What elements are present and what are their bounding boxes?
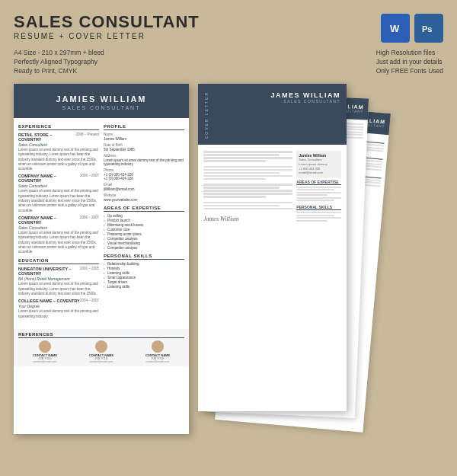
- cover-text-4: [203, 202, 292, 210]
- svg-text:Ps: Ps: [422, 24, 432, 34]
- edu-2-degree: Your Degree: [18, 304, 99, 308]
- skill-5: Target driven: [104, 280, 184, 284]
- ref-card-2: CONTACT NAME JOB TITLE contact@email.com: [75, 340, 128, 363]
- cover-stack: JAMES WILLIAM SALES CONSULTANT EXPERIENC…: [198, 84, 443, 434]
- word-svg: W: [387, 20, 404, 37]
- expertise-1: Up selling: [104, 214, 184, 218]
- resume-left-col: EXPERIENCE 2008 – Present RETAIL STORE –…: [18, 124, 99, 321]
- job-2-date: 2006 – 2007: [80, 174, 99, 177]
- edu-1: 2001 – 2005 NUNEATON UNIVERSITY – COVENT…: [18, 267, 99, 296]
- avatar-3-svg: [152, 340, 164, 353]
- svg-text:W: W: [390, 23, 400, 34]
- edu-1-date: 2001 – 2005: [80, 267, 99, 270]
- ref-card-1: CONTACT NAME JOB TITLE contact@email.com: [18, 340, 72, 363]
- resume-role: SALES CONSULTANT: [21, 105, 181, 110]
- cover-letter-label: COVER LETTER: [204, 91, 209, 139]
- info-resolution: High Resolution files: [376, 49, 443, 56]
- resume-name: JAMIES WILLIAM: [21, 94, 181, 104]
- cover-main: James William: [203, 151, 292, 225]
- job-3: 2006 – 2007 COMPANY NAME – COVENTRY Sale…: [18, 216, 99, 254]
- cover-skills-section: PERSONAL SKILLS: [296, 205, 341, 222]
- ref-avatar-2: [95, 340, 107, 353]
- cover-text-2: [203, 166, 292, 180]
- profile-title: PROFILE: [104, 124, 184, 130]
- avatar-1-svg: [39, 340, 51, 353]
- profile-website-value: www.yourwebsite.com: [104, 198, 184, 202]
- svg-point-4: [43, 341, 48, 347]
- expertise-5: Preparing action plans: [104, 232, 184, 236]
- job-1: 2008 – Present RETAIL STORE – COVENTRY S…: [18, 133, 99, 171]
- expertise-4: Customer care: [104, 228, 184, 232]
- profile-dob-value: 5th September 1985: [104, 148, 184, 152]
- info-right: High Resolution files Just add in your d…: [376, 49, 443, 75]
- svg-point-6: [99, 341, 104, 347]
- job-2-title: Sales Consultant: [18, 184, 99, 188]
- edu-2-text: Lorem ipsum sit amet dummy text of the p…: [18, 309, 99, 319]
- job-1-title: Sales Consultant: [18, 142, 99, 147]
- profile-website-label: Website: [104, 193, 184, 197]
- skills-title: PERSONAL SKILLS: [104, 254, 184, 260]
- expertise-title: AREAS OF EXPERTISE: [104, 206, 184, 212]
- info-bar: A4 Size - 210 x 297mm + bleed Perfectly …: [14, 49, 443, 75]
- content-area: JAMIES WILLIAM SALES CONSULTANT EXPERIEN…: [14, 84, 443, 434]
- expertise-6: Competitor analysis: [104, 237, 184, 241]
- profile-name-label: Name: [104, 133, 184, 136]
- resume-body: EXPERIENCE 2008 – Present RETAIL STORE –…: [14, 118, 189, 327]
- cover-expertise-title: AREAS OF EXPERTISE: [296, 180, 341, 185]
- resume-right-col: PROFILE Name Jamies William Date of Birt…: [104, 124, 184, 321]
- edu-2: 2004 – 2007 COLLEGE NAME – COVENTRY Your…: [18, 299, 99, 319]
- svg-point-5: [41, 347, 49, 353]
- subtitle: RESUME + COVER LETTER: [14, 32, 200, 40]
- cover-letter-front: COVER LETTER JAMES WILLIAM SALES CONSULT…: [198, 84, 347, 411]
- expertise-2: Product launch: [104, 219, 184, 222]
- svg-point-8: [155, 341, 161, 347]
- info-typography: Perfectly Aligned Typography: [14, 58, 104, 65]
- ref-3-contact: contact@email.com: [146, 360, 170, 363]
- cover-text-1: [203, 151, 292, 162]
- job-1-text: Lorem ipsum sit amet dummy text of the p…: [18, 148, 99, 171]
- info-fonts: Only FREE Fonts Used: [376, 67, 443, 75]
- ref-2-contact: contact@email.com: [90, 360, 113, 363]
- education-title: EDUCATION: [18, 258, 99, 264]
- main-title: SALES CONSULTANT: [14, 14, 200, 30]
- ps-icon[interactable]: Ps: [414, 14, 443, 43]
- job-1-date: 2008 – Present: [75, 133, 99, 136]
- profile-phone-value: +1 (0) 000-424-326+1 (0) 000-424-326: [104, 173, 184, 180]
- info-left: A4 Size - 210 x 297mm + bleed Perfectly …: [14, 49, 104, 75]
- cover-signature-block: James William: [203, 213, 292, 225]
- info-size: A4 Size - 210 x 297mm + bleed: [14, 49, 104, 56]
- cover-side: Jamies William Sales ConsultantLorem ips…: [296, 151, 341, 225]
- edu-1-text: Lorem ipsum sit amet dummy text of the p…: [18, 282, 99, 296]
- expertise-7: Visual merchandising: [104, 241, 184, 245]
- ps-svg: Ps: [420, 20, 437, 37]
- cover-name: JAMES WILLIAM: [271, 91, 341, 99]
- skill-4: Smart appearance: [104, 276, 184, 280]
- word-icon[interactable]: W: [381, 14, 410, 43]
- page-container: SALES CONSULTANT RESUME + COVER LETTER W…: [0, 0, 457, 476]
- cover-sender-block: Jamies William Sales ConsultantLorem ips…: [296, 151, 341, 177]
- ref-card-3: CONTACT NAME JOB TITLE contact@email.com: [131, 340, 184, 363]
- skill-2: Honesty: [104, 267, 184, 270]
- job-2: 2006 – 2007 COMPANY NAME – COVENTRY Sale…: [18, 174, 99, 212]
- header-icons: W Ps: [381, 14, 443, 43]
- ref-cards: CONTACT NAME JOB TITLE contact@email.com…: [18, 340, 184, 363]
- profile-email-value: jWilliam@email.com: [104, 187, 184, 191]
- job-3-text: Lorem ipsum sit amet dummy text of the p…: [18, 231, 99, 254]
- expertise-3: Minimising stock losses: [104, 223, 184, 227]
- skill-6: Listening skills: [104, 285, 184, 289]
- resume-doc-header: JAMIES WILLIAM SALES CONSULTANT: [14, 84, 189, 118]
- cover-header: COVER LETTER JAMES WILLIAM SALES CONSULT…: [198, 84, 347, 145]
- profile-email-label: Email: [104, 183, 184, 187]
- profile-address-label: Address: [104, 154, 184, 158]
- profile-phone-label: Phone: [104, 168, 184, 172]
- cover-text-3: [203, 184, 292, 198]
- job-2-text: Lorem ipsum sit amet dummy text of the p…: [18, 189, 99, 212]
- edu-2-date: 2004 – 2007: [80, 299, 99, 302]
- svg-point-7: [97, 347, 105, 353]
- references-title: REFERENCES: [18, 332, 184, 338]
- cover-sender-detail: Sales ConsultantLorem ipsum dummy+1 000 …: [299, 158, 339, 174]
- ref-avatar-1: [39, 340, 51, 353]
- svg-point-9: [154, 347, 161, 353]
- header-left: SALES CONSULTANT RESUME + COVER LETTER: [14, 14, 200, 40]
- cover-side-section: AREAS OF EXPERTISE: [296, 180, 341, 202]
